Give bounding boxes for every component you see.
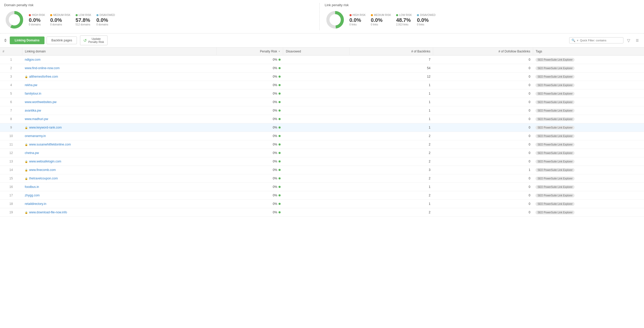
quick-filter-input[interactable] bbox=[580, 39, 621, 42]
refresh-row-icon[interactable]: ↻ bbox=[67, 160, 70, 163]
domain-link[interactable]: chetna.pw bbox=[25, 151, 39, 155]
table-row[interactable]: 10 onemanarmy.in ↗ ↻ ⓘ 0% 2 0 SEO PowerS… bbox=[0, 132, 644, 140]
domain-link[interactable]: onemanarmy.in bbox=[25, 134, 46, 138]
table-row[interactable]: 17 zhygg.com ↗ ↻ ⓘ 0% 2 0 SEO PowerSuite… bbox=[0, 191, 644, 200]
table-row[interactable]: 3 🔒 allthemesforfree.com ↗ ↻ ⓘ 0% 12 0 S… bbox=[0, 72, 644, 81]
refresh-row-icon[interactable]: ↻ bbox=[47, 92, 50, 96]
info-icon[interactable]: ⓘ bbox=[68, 74, 71, 79]
info-icon[interactable]: ⓘ bbox=[51, 91, 55, 96]
refresh-row-icon[interactable]: ↻ bbox=[52, 202, 55, 206]
domain-link[interactable]: www.keyword-rank.com bbox=[29, 126, 62, 129]
redirect-icon[interactable]: ↗ bbox=[49, 117, 52, 121]
refresh-row-icon[interactable]: ↻ bbox=[44, 151, 47, 155]
info-icon[interactable]: ⓘ bbox=[68, 176, 71, 181]
info-icon[interactable]: ⓘ bbox=[71, 159, 75, 164]
redirect-icon[interactable]: ↗ bbox=[68, 211, 71, 214]
redirect-icon[interactable]: ↗ bbox=[42, 58, 45, 62]
redirect-icon[interactable]: ↗ bbox=[63, 126, 66, 130]
filter-button[interactable]: ▽ bbox=[625, 37, 632, 44]
table-row[interactable]: 8 www.madhuri.pw ↗ ↻ ⓘ 0% 1 0 SEO PowerS… bbox=[0, 115, 644, 123]
info-icon[interactable]: ⓘ bbox=[70, 66, 73, 70]
table-row[interactable]: 16 foodbus.in ↗ ↻ ⓘ 0% 1 0 SEO PowerSuit… bbox=[0, 183, 644, 191]
refresh-row-icon[interactable]: ↻ bbox=[45, 185, 48, 189]
redirect-icon[interactable]: ↗ bbox=[47, 134, 50, 138]
info-icon[interactable]: ⓘ bbox=[56, 134, 59, 138]
domain-link[interactable]: www.worthwebsites.pw bbox=[25, 100, 56, 104]
domain-link[interactable]: ndtgov.com bbox=[25, 58, 40, 61]
table-row[interactable]: 19 🔒 www.download-file-now.info ↗ ↻ ⓘ 0%… bbox=[0, 208, 644, 217]
col-header-disavowed[interactable]: Disavowed bbox=[283, 48, 350, 56]
redirect-icon[interactable]: ↗ bbox=[39, 83, 41, 87]
info-icon[interactable]: ⓘ bbox=[56, 202, 60, 206]
col-header-penalty[interactable]: Penalty Risk ▼ bbox=[217, 48, 283, 56]
refresh-row-icon[interactable]: ↻ bbox=[61, 168, 64, 172]
domain-link[interactable]: allthemesforfree.com bbox=[29, 75, 58, 78]
domain-link[interactable]: retaildirectory.in bbox=[25, 202, 46, 206]
table-row[interactable]: 4 rekha.pw ↗ ↻ ⓘ 0% 1 0 SEO PowerSuite L… bbox=[0, 81, 644, 89]
info-icon[interactable]: ⓘ bbox=[81, 142, 84, 147]
info-icon[interactable]: ⓘ bbox=[51, 108, 55, 113]
columns-button[interactable]: ☰ bbox=[634, 38, 641, 43]
redirect-icon[interactable]: ↗ bbox=[40, 151, 43, 155]
domain-link[interactable]: foodbus.in bbox=[25, 185, 39, 189]
refresh-row-icon[interactable]: ↻ bbox=[54, 117, 57, 121]
refresh-row-icon[interactable]: ↻ bbox=[43, 83, 46, 87]
redirect-icon[interactable]: ↗ bbox=[57, 168, 60, 172]
domain-link[interactable]: www.susanwhitfieldonline.com bbox=[29, 143, 71, 146]
redirect-icon[interactable]: ↗ bbox=[42, 92, 45, 96]
table-row[interactable]: 5 familytour.in ↗ ↻ ⓘ 0% 1 0 SEO PowerSu… bbox=[0, 89, 644, 98]
redirect-icon[interactable]: ↗ bbox=[40, 185, 43, 189]
table-row[interactable]: 9 🔒 www.keyword-rank.com ↗ ↻ ⓘ 0% 1 0 SE… bbox=[0, 123, 644, 132]
table-row[interactable]: 13 🔒 www.websafelogin.com ↗ ↻ ⓘ 0% 2 0 S… bbox=[0, 157, 644, 166]
redirect-icon[interactable]: ↗ bbox=[59, 177, 62, 180]
refresh-row-icon[interactable]: ↻ bbox=[47, 109, 50, 113]
info-icon[interactable]: ⓘ bbox=[67, 100, 70, 104]
refresh-row-icon[interactable]: ↻ bbox=[46, 58, 49, 62]
info-icon[interactable]: ⓘ bbox=[50, 193, 53, 198]
col-header-backlinks[interactable]: # of Backlinks bbox=[350, 48, 433, 56]
table-row[interactable]: 14 🔒 www.finecomb.com ↗ ↻ ⓘ 0% 3 1 SEO P… bbox=[0, 166, 644, 174]
domain-link[interactable]: www.finecomb.com bbox=[29, 168, 56, 172]
table-row[interactable]: 18 retaildirectory.in ↗ ↻ ⓘ 0% 1 0 SEO P… bbox=[0, 200, 644, 208]
domain-link[interactable]: rekha.pw bbox=[25, 83, 37, 87]
domain-link[interactable]: zhygg.com bbox=[25, 194, 40, 197]
refresh-row-icon[interactable]: ↻ bbox=[73, 211, 76, 214]
linking-domains-tab[interactable]: Linking Domains bbox=[10, 37, 44, 44]
info-icon[interactable]: ⓘ bbox=[49, 185, 52, 189]
update-penalty-risk-button[interactable]: ↺ UpdatePenalty Risk bbox=[80, 35, 107, 45]
table-row[interactable]: 7 avantika.pw ↗ ↻ ⓘ 0% 1 0 SEO PowerSuit… bbox=[0, 106, 644, 115]
table-row[interactable]: 15 🔒 thetravelcoupon.com ↗ ↻ ⓘ 0% 2 0 SE… bbox=[0, 174, 644, 183]
redirect-icon[interactable]: ↗ bbox=[61, 66, 64, 70]
col-header-domain[interactable]: Linking domain bbox=[22, 48, 217, 56]
col-header-dofollow[interactable]: # of Dofollow Backlinks bbox=[433, 48, 533, 56]
table-row[interactable]: 11 🔒 www.susanwhitfieldonline.com ↗ ↻ ⓘ … bbox=[0, 140, 644, 149]
table-row[interactable]: 6 www.worthwebsites.pw ↗ ↻ ⓘ 0% 1 0 SEO … bbox=[0, 98, 644, 106]
info-icon[interactable]: ⓘ bbox=[51, 57, 54, 62]
domain-link[interactable]: familytour.in bbox=[25, 92, 41, 95]
refresh-row-icon[interactable]: ↻ bbox=[45, 194, 48, 197]
info-icon[interactable]: ⓘ bbox=[49, 151, 52, 155]
redirect-icon[interactable]: ↗ bbox=[59, 75, 62, 79]
info-icon[interactable]: ⓘ bbox=[72, 125, 75, 130]
refresh-row-icon[interactable]: ↻ bbox=[64, 177, 66, 180]
info-icon[interactable]: ⓘ bbox=[77, 210, 80, 215]
redirect-icon[interactable]: ↗ bbox=[41, 194, 44, 197]
info-icon[interactable]: ⓘ bbox=[66, 168, 69, 172]
table-row[interactable]: 1 ndtgov.com ↗ ↻ ⓘ 0% 7 0 SEO PowerSuite… bbox=[0, 56, 644, 64]
search-dropdown-arrow[interactable]: ▼ bbox=[576, 39, 579, 42]
info-icon[interactable]: ⓘ bbox=[47, 83, 51, 87]
domain-link[interactable]: thetravelcoupon.com bbox=[29, 177, 58, 180]
redirect-icon[interactable]: ↗ bbox=[58, 100, 61, 104]
refresh-row-icon[interactable]: ↻ bbox=[64, 75, 66, 79]
domain-link[interactable]: www.download-file-now.info bbox=[29, 211, 67, 214]
quick-filter-wrap[interactable]: 🔍 ▼ bbox=[569, 37, 623, 43]
domain-link[interactable]: www.websafelogin.com bbox=[29, 160, 61, 163]
backlink-pages-tab[interactable]: Backlink pages bbox=[47, 37, 77, 44]
col-header-num[interactable]: # bbox=[0, 48, 22, 56]
domain-link[interactable]: www.find-online-now.com bbox=[25, 66, 59, 70]
info-icon[interactable]: ⓘ bbox=[58, 117, 61, 121]
refresh-row-icon[interactable]: ↻ bbox=[76, 143, 79, 147]
refresh-row-icon[interactable]: ↻ bbox=[51, 134, 54, 138]
refresh-row-icon[interactable]: ↻ bbox=[65, 66, 68, 70]
col-header-tags[interactable]: Tags bbox=[533, 48, 644, 56]
